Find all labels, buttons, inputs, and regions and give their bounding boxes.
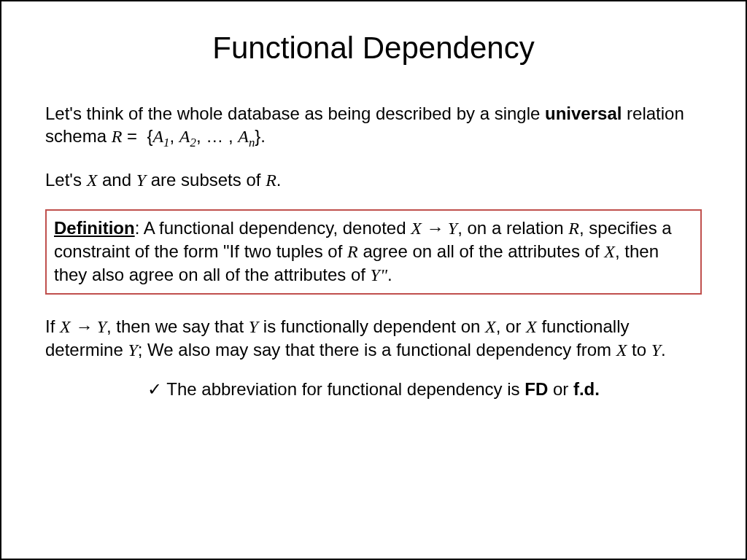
text: = {	[122, 126, 152, 146]
definition-box: Definition: A functional dependency, den…	[45, 209, 702, 295]
text: , on a relation	[457, 218, 568, 238]
text: , or	[496, 316, 526, 336]
paragraph-dependent: If X → Y, then we say that Y is function…	[45, 315, 702, 362]
text: are subsets of	[146, 170, 266, 190]
text: ; We also may say that there is a functi…	[138, 340, 616, 359]
text: , then we say that	[107, 316, 249, 336]
math-X: X	[616, 341, 627, 359]
text: is functionally dependent on	[258, 316, 485, 336]
text: or	[548, 379, 573, 399]
text: and	[97, 170, 136, 190]
text: .	[387, 265, 392, 284]
slide-content: Let's think of the whole database as bei…	[1, 102, 746, 400]
text: : A functional dependency, denoted	[135, 218, 411, 238]
math-X: X	[604, 242, 615, 261]
text: If	[45, 316, 60, 336]
math-X: X	[87, 171, 98, 190]
paragraph-subsets: Let's X and Y are subsets of R.	[45, 168, 702, 192]
text: Let's	[45, 170, 87, 190]
paragraph-definition: Definition: A functional dependency, den…	[54, 217, 693, 287]
sub-2: 2	[190, 136, 196, 149]
math-R: R	[347, 242, 358, 261]
definition-label: Definition	[54, 218, 135, 238]
math-Y: Y"	[371, 265, 387, 284]
math-An: A	[238, 127, 249, 146]
math-Y: Y	[136, 171, 146, 190]
text: }.	[255, 126, 266, 146]
slide-title: Functional Dependency	[1, 31, 746, 66]
math-R: R	[266, 171, 276, 190]
text: ,	[169, 126, 179, 146]
text: The abbreviation for functional dependen…	[162, 379, 525, 399]
abbrev-fd: f.d.	[573, 379, 600, 399]
text: agree on all of the attributes of	[358, 241, 605, 261]
paragraph-abbreviation: ✓ The abbreviation for functional depend…	[45, 379, 702, 400]
math-Y: Y	[128, 341, 137, 359]
text: Let's think of the whole database as bei…	[45, 104, 545, 123]
abbrev-FD: FD	[525, 379, 548, 399]
text: , … ,	[196, 126, 238, 146]
math-Y: Y	[651, 341, 661, 359]
checkmark-icon: ✓	[147, 379, 162, 399]
math-Y: Y	[249, 317, 258, 336]
math-XtoY: X → Y	[411, 219, 457, 238]
slide-frame: Functional Dependency Let's think of the…	[0, 0, 747, 560]
math-A1: A	[152, 127, 163, 146]
text: to	[627, 340, 651, 359]
bold-universal: universal	[545, 104, 622, 123]
math-X: X	[526, 317, 537, 336]
math-A2: A	[179, 127, 190, 146]
math-schema: R	[112, 127, 123, 146]
math-X: X	[485, 317, 496, 336]
math-XtoY: X → Y	[60, 317, 107, 336]
text: .	[661, 340, 666, 359]
paragraph-universal-schema: Let's think of the whole database as bei…	[45, 102, 702, 151]
math-R: R	[568, 219, 579, 238]
text: .	[276, 170, 282, 190]
